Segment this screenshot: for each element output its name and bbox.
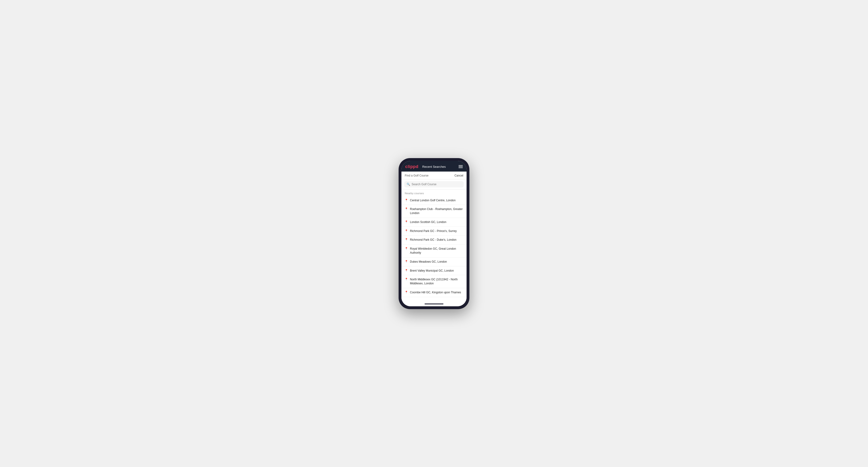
list-item[interactable]: 📍Roehampton Club - Roehampton, Greater L… bbox=[401, 205, 467, 218]
list-item[interactable]: 📍London Scottish GC, London bbox=[401, 218, 467, 227]
nearby-courses-label: Nearby courses bbox=[401, 189, 467, 196]
phone-screen: clippd Recent Searches Find a Golf Cours… bbox=[401, 161, 467, 306]
pin-icon: 📍 bbox=[405, 238, 408, 241]
search-icon: 🔍 bbox=[407, 183, 410, 186]
pin-icon: 📍 bbox=[405, 208, 408, 211]
search-input[interactable] bbox=[411, 183, 461, 186]
pin-icon: 📍 bbox=[405, 291, 408, 294]
list-item[interactable]: 📍Royal Wimbledon GC, Great London Author… bbox=[401, 245, 467, 257]
pin-icon: 📍 bbox=[405, 278, 408, 281]
find-bar: Find a Golf Course Cancel bbox=[401, 172, 467, 179]
phone-frame: clippd Recent Searches Find a Golf Cours… bbox=[399, 158, 469, 309]
list-item[interactable]: 📍Dukes Meadows GC, London bbox=[401, 257, 467, 267]
course-name: Richmond Park GC - Duke's, London bbox=[410, 238, 457, 242]
course-list: 📍Central London Golf Centre, London📍Roeh… bbox=[401, 196, 467, 297]
list-item[interactable]: 📍Brent Valley Municipal GC, London bbox=[401, 267, 467, 275]
course-name: Dukes Meadows GC, London bbox=[410, 260, 447, 264]
list-item[interactable]: 📍Central London Golf Centre, London bbox=[401, 196, 467, 205]
phone-home-indicator bbox=[425, 304, 443, 304]
app-header: clippd Recent Searches bbox=[401, 161, 467, 172]
pin-icon: 📍 bbox=[405, 260, 408, 263]
pin-icon: 📍 bbox=[405, 229, 408, 232]
list-item[interactable]: 📍Coombe Hill GC, Kingston upon Thames bbox=[401, 288, 467, 297]
course-name: Central London Golf Centre, London bbox=[410, 198, 456, 203]
header-title: Recent Searches bbox=[422, 165, 446, 168]
menu-icon[interactable] bbox=[459, 165, 463, 168]
pin-icon: 📍 bbox=[405, 247, 408, 250]
course-name: Roehampton Club - Roehampton, Greater Lo… bbox=[410, 207, 463, 215]
course-name: Royal Wimbledon GC, Great London Authori… bbox=[410, 247, 463, 255]
course-name: London Scottish GC, London bbox=[410, 220, 446, 224]
cancel-button[interactable]: Cancel bbox=[455, 174, 463, 177]
search-container: 🔍 bbox=[401, 179, 467, 189]
list-item[interactable]: 📍Richmond Park GC - Duke's, London bbox=[401, 236, 467, 245]
app-logo: clippd bbox=[405, 164, 418, 169]
list-item[interactable]: 📍North Middlesex GC (1011942 - North Mid… bbox=[401, 275, 467, 288]
search-input-wrapper: 🔍 bbox=[404, 181, 464, 187]
pin-icon: 📍 bbox=[405, 269, 408, 272]
find-label: Find a Golf Course bbox=[405, 174, 429, 177]
course-name: North Middlesex GC (1011942 - North Midd… bbox=[410, 278, 463, 285]
pin-icon: 📍 bbox=[405, 220, 408, 223]
pin-icon: 📍 bbox=[405, 199, 408, 202]
list-item[interactable]: 📍Richmond Park GC - Prince's, Surrey bbox=[401, 227, 467, 236]
course-name: Brent Valley Municipal GC, London bbox=[410, 269, 454, 273]
course-name: Coombe Hill GC, Kingston upon Thames bbox=[410, 290, 461, 294]
content-area: Find a Golf Course Cancel 🔍 Nearby cours… bbox=[401, 172, 467, 306]
course-name: Richmond Park GC - Prince's, Surrey bbox=[410, 229, 457, 233]
